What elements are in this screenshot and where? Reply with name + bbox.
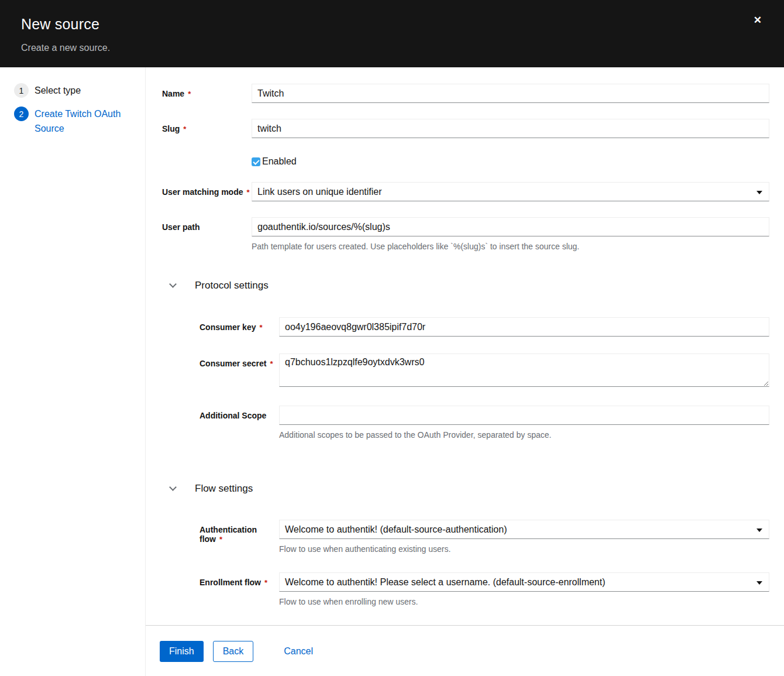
enrollment-flow-help-text: Flow to use when enrolling new users. [279, 596, 769, 607]
page-title: New source [21, 16, 763, 33]
slug-field-wrap [252, 119, 769, 138]
enrollment-flow-label: Enrollment flow* [200, 572, 279, 587]
user-path-help-text: Path template for users created. Use pla… [252, 241, 769, 252]
consumer-key-label: Consumer key* [200, 317, 279, 332]
name-input[interactable] [252, 84, 769, 103]
additional-scope-field-wrap: Additional scopes to be passed to the OA… [279, 406, 769, 440]
wizard-steps-sidebar: 1 Select type 2 Create Twitch OAuth Sour… [0, 67, 146, 676]
wizard-body: 1 Select type 2 Create Twitch OAuth Sour… [0, 67, 784, 676]
flow-settings-title: Flow settings [195, 483, 253, 495]
form-row-consumer-secret: Consumer secret* q7bchuos1lzpzqlfe9oytxd… [200, 354, 769, 389]
required-asterisk: * [259, 323, 262, 332]
consumer-secret-label: Consumer secret* [200, 354, 279, 368]
authentication-flow-value: Welcome to authentik! (default-source-au… [285, 524, 507, 534]
name-label: Name* [162, 84, 252, 98]
name-label-text: Name [162, 89, 184, 98]
flow-settings-group-header[interactable]: Flow settings [162, 483, 769, 495]
authentication-flow-select[interactable]: Welcome to authentik! (default-source-au… [279, 520, 769, 539]
consumer-key-input[interactable] [279, 317, 769, 337]
protocol-settings-group-header[interactable]: Protocol settings [162, 280, 769, 291]
form-row-name: Name* [162, 84, 769, 103]
user-path-label-text: User path [162, 222, 200, 232]
enrollment-flow-field-wrap: Welcome to authentik! Please select a us… [279, 572, 769, 607]
enabled-checkbox[interactable] [252, 157, 260, 166]
back-button[interactable]: Back [213, 641, 254, 662]
form-row-consumer-key: Consumer key* [200, 317, 769, 337]
step-label: Select type [35, 83, 81, 98]
user-path-label: User path [162, 217, 252, 232]
required-asterisk: * [264, 578, 267, 587]
enrollment-flow-select[interactable]: Welcome to authentik! Please select a us… [279, 572, 769, 592]
close-icon[interactable]: ✕ [754, 15, 762, 25]
caret-down-icon [757, 581, 762, 585]
authentication-flow-label: Authentication flow* [200, 520, 279, 544]
wizard-main: Name* Slug* [146, 67, 784, 676]
sidebar-step-select-type[interactable]: 1 Select type [0, 83, 145, 98]
consumer-key-label-text: Consumer key [200, 322, 256, 332]
authentication-flow-help-text: Flow to use when authenticating existing… [279, 544, 769, 554]
caret-down-icon [757, 191, 762, 194]
user-path-field-wrap: Path template for users created. Use pla… [252, 217, 769, 252]
required-asterisk: * [183, 125, 186, 133]
form-row-slug: Slug* [162, 119, 769, 138]
user-matching-mode-select[interactable]: Link users on unique identifier [252, 182, 769, 201]
new-source-wizard-modal: New source Create a new source. ✕ 1 Sele… [0, 0, 784, 676]
form-row-enrollment-flow: Enrollment flow* Welcome to authentik! P… [200, 572, 769, 607]
protocol-settings-group-body: Consumer key* Consumer secret* q7bchuos1… [200, 317, 769, 440]
form-row-authentication-flow: Authentication flow* Welcome to authenti… [200, 520, 769, 554]
protocol-settings-title: Protocol settings [195, 280, 269, 291]
consumer-secret-label-text: Consumer secret [200, 359, 266, 368]
consumer-secret-textarea[interactable]: q7bchuos1lzpzqlfe9oytxdvk3wrs0 [279, 354, 769, 387]
slug-input[interactable] [252, 119, 769, 138]
page-subtitle: Create a new source. [21, 43, 763, 53]
authentication-flow-field-wrap: Welcome to authentik! (default-source-au… [279, 520, 769, 554]
slug-label-text: Slug [162, 124, 180, 133]
required-asterisk: * [188, 90, 191, 98]
required-asterisk: * [246, 188, 249, 197]
required-asterisk: * [270, 359, 273, 368]
additional-scope-input[interactable] [279, 406, 769, 425]
wizard-footer: Finish Back Cancel [146, 625, 784, 676]
consumer-secret-field-wrap: q7bchuos1lzpzqlfe9oytxdvk3wrs0 [279, 354, 769, 389]
additional-scope-help-text: Additional scopes to be passed to the OA… [279, 430, 769, 440]
consumer-key-field-wrap [279, 317, 769, 337]
cancel-button[interactable]: Cancel [284, 641, 313, 662]
enrollment-flow-value: Welcome to authentik! Please select a us… [285, 577, 606, 587]
slug-label: Slug* [162, 119, 252, 133]
chevron-down-icon [169, 484, 177, 492]
caret-down-icon [757, 529, 762, 532]
required-asterisk: * [219, 535, 222, 544]
finish-button[interactable]: Finish [160, 641, 204, 662]
chevron-down-icon [169, 280, 177, 288]
form-row-user-matching-mode: User matching mode* Link users on unique… [162, 182, 769, 201]
user-matching-mode-label: User matching mode* [162, 182, 252, 197]
flow-settings-group-body: Authentication flow* Welcome to authenti… [200, 520, 769, 606]
step-number-badge: 2 [14, 107, 29, 121]
form-row-additional-scope: Additional Scope Additional scopes to be… [200, 406, 769, 440]
authentication-flow-label-text: Authentication flow [200, 525, 257, 544]
name-field-wrap [252, 84, 769, 103]
user-matching-mode-value: Link users on unique identifier [257, 187, 382, 197]
step-label: Create Twitch OAuth Source [35, 107, 133, 136]
wizard-header: New source Create a new source. ✕ [0, 0, 784, 67]
user-path-input[interactable] [252, 217, 769, 236]
wizard-content: Name* Slug* [146, 67, 784, 625]
user-matching-mode-label-text: User matching mode [162, 187, 243, 197]
additional-scope-label: Additional Scope [200, 406, 279, 420]
enabled-checkbox-label: Enabled [262, 156, 297, 167]
form-row-user-path: User path Path template for users create… [162, 217, 769, 252]
form-row-enabled: Enabled [252, 156, 769, 167]
additional-scope-label-text: Additional Scope [200, 411, 266, 420]
enrollment-flow-label-text: Enrollment flow [200, 578, 261, 587]
sidebar-step-create-twitch-oauth-source[interactable]: 2 Create Twitch OAuth Source [0, 107, 145, 136]
step-number-badge: 1 [14, 83, 29, 98]
